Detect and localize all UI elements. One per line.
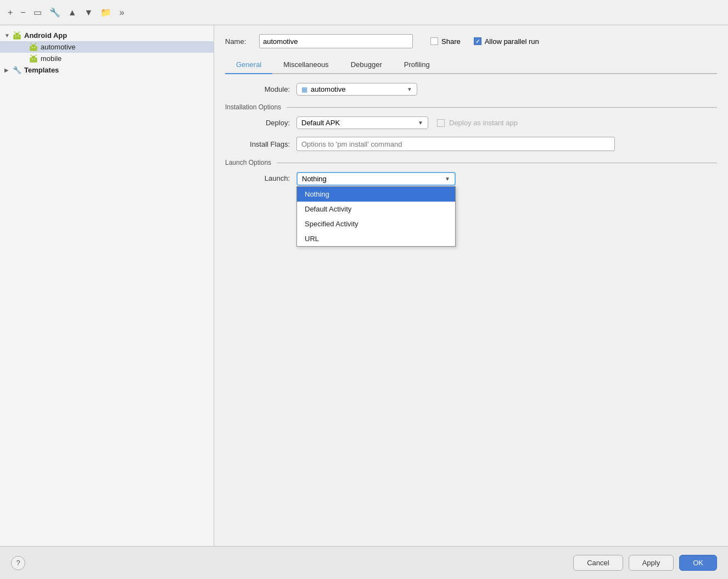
launch-options-header: Launch Options [225,159,717,166]
module-value: automotive [311,85,346,93]
install-flags-label: Install Flags: [225,140,296,148]
folder-icon[interactable]: 📁 [98,6,114,19]
svg-line-8 [31,43,32,44]
launch-option-default-activity[interactable]: Default Activity [297,202,455,216]
form-content: Module: ▦ automotive ▼ Installation Opti… [225,83,717,537]
name-row: Name: Share Allow parallel run [225,34,717,48]
main-area: ▼ Android App [0,25,728,546]
deploy-value: Default APK [301,119,340,127]
share-checkbox[interactable] [430,37,438,45]
svg-rect-13 [32,55,36,58]
svg-line-3 [19,31,20,32]
move-up-icon[interactable]: ▲ [66,7,79,19]
parallel-checkbox[interactable] [474,37,481,45]
share-label: Share [441,37,461,46]
launch-dropdown[interactable]: Nothing ▼ [296,172,456,186]
copy-icon[interactable]: ▭ [31,6,44,19]
instant-app-area: Deploy as instant app [437,119,518,127]
add-icon[interactable]: + [5,7,15,19]
svg-point-5 [18,35,19,36]
svg-point-11 [34,47,35,48]
launch-dropdown-arrow: ▼ [445,176,450,182]
launch-dropdown-container: Nothing ▼ Nothing Default Activity Speci… [296,172,456,186]
bottom-left: ? [11,556,25,570]
instant-app-checkbox[interactable] [437,119,445,127]
remove-icon[interactable]: − [18,7,27,19]
deploy-label: Deploy: [225,119,296,127]
tree-item-android-app[interactable]: ▼ Android App [0,30,214,41]
launch-option-nothing[interactable]: Nothing [297,187,455,202]
svg-rect-7 [32,44,36,47]
launch-options-label: Launch Options [225,159,271,166]
tree-item-automotive[interactable]: automotive [0,41,214,53]
wrench-icon-templates: 🔧 [12,66,22,74]
bottom-right: Cancel Apply OK [573,555,717,571]
android-icon-app [12,32,22,40]
tab-general[interactable]: General [225,56,272,74]
install-flags-row: Install Flags: [225,137,717,151]
launch-value: Nothing [302,175,327,183]
name-label: Name: [225,37,253,46]
tree-label-mobile: mobile [41,54,61,63]
svg-line-9 [35,43,36,44]
left-panel: ▼ Android App [0,25,214,546]
svg-rect-6 [30,46,37,51]
svg-line-2 [14,31,15,32]
svg-point-16 [32,58,33,59]
help-button[interactable]: ? [11,556,25,570]
svg-line-14 [31,54,32,55]
cancel-button[interactable]: Cancel [573,555,623,571]
tree-label-automotive: automotive [41,43,76,51]
more-icon[interactable]: » [117,7,126,19]
module-label: Module: [225,85,296,93]
svg-rect-1 [15,32,19,35]
tree-label-android-app: Android App [24,31,67,40]
svg-point-10 [32,47,33,48]
name-input[interactable] [259,34,413,48]
installation-options-line [287,107,717,108]
deploy-dropdown[interactable]: Default APK ▼ [296,116,428,129]
launch-option-specified-activity[interactable]: Specified Activity [297,216,455,231]
toolbar: + − ▭ 🔧 ▲ ▼ 📁 » [0,0,728,25]
deploy-row: Deploy: Default APK ▼ Deploy as instant … [225,116,717,129]
svg-point-17 [34,58,35,59]
module-dropdown[interactable]: ▦ automotive ▼ [296,83,417,96]
tab-debugger[interactable]: Debugger [340,56,393,74]
parallel-area: Allow parallel run [474,37,539,46]
launch-label: Launch: [225,172,296,182]
tree-item-templates[interactable]: ▶ 🔧 Templates [0,64,214,76]
bottom-bar: ? Cancel Apply OK [0,546,728,579]
parallel-label: Allow parallel run [485,37,539,46]
tree-arrow-android-app: ▼ [4,32,12,38]
svg-point-4 [15,35,16,36]
module-dropdown-arrow: ▼ [407,86,412,92]
settings-icon[interactable]: 🔧 [47,6,63,19]
launch-dropdown-popup: Nothing Default Activity Specified Activ… [296,186,456,247]
tree-label-templates: Templates [24,66,59,74]
module-icon: ▦ [301,86,307,93]
move-down-icon[interactable]: ▼ [82,7,96,19]
tab-miscellaneous[interactable]: Miscellaneous [272,56,339,74]
installation-options-header: Installation Options [225,103,717,111]
svg-rect-12 [30,57,37,62]
tab-profiling[interactable]: Profiling [393,56,441,74]
tree-item-mobile[interactable]: mobile [0,53,214,64]
install-flags-input[interactable] [296,137,615,151]
svg-line-15 [35,54,36,55]
right-panel: Name: Share Allow parallel run General M… [214,25,728,546]
tabs: General Miscellaneous Debugger Profiling [225,56,717,74]
ok-button[interactable]: OK [679,555,717,571]
launch-row: Launch: Nothing ▼ Nothing Default Activi… [225,172,717,186]
share-area: Share [430,37,461,46]
android-icon-mobile [29,55,38,63]
tree-arrow-templates: ▶ [4,67,12,73]
launch-options-line [277,163,717,163]
android-icon-automotive [29,43,38,51]
launch-option-url[interactable]: URL [297,231,455,246]
svg-rect-0 [13,34,21,39]
instant-app-label: Deploy as instant app [449,119,518,127]
installation-options-label: Installation Options [225,103,281,111]
module-row: Module: ▦ automotive ▼ [225,83,717,96]
apply-button[interactable]: Apply [629,555,674,571]
deploy-dropdown-arrow: ▼ [418,120,423,126]
